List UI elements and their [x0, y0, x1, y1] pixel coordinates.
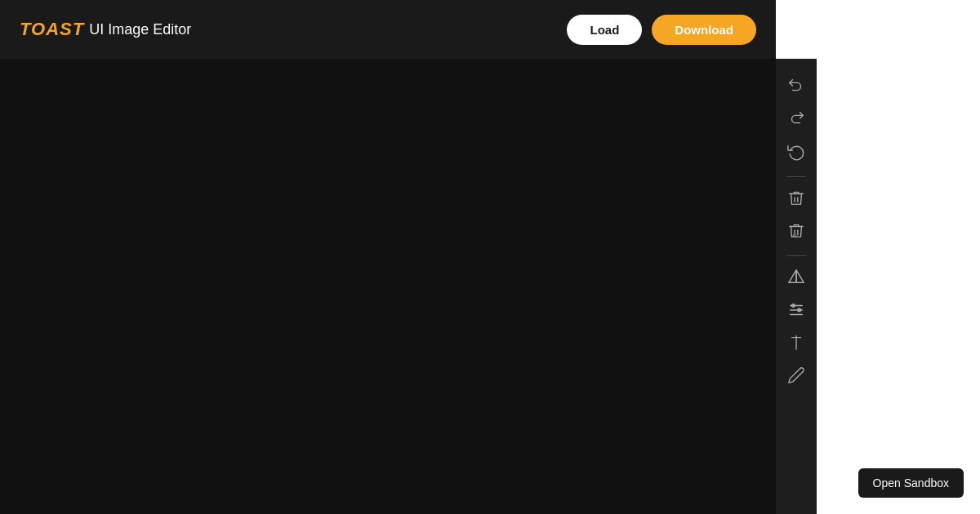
svg-point-7 — [798, 308, 801, 312]
flip-icon[interactable] — [782, 263, 811, 292]
app-container: TOAST UI Image Editor Load Download — [0, 0, 980, 514]
draw-icon[interactable] — [782, 361, 811, 390]
right-sidebar: ALL — [776, 59, 817, 514]
main-area: ALL — [0, 59, 817, 514]
undo-icon[interactable] — [782, 72, 811, 101]
logo: TOAST UI Image Editor — [20, 19, 191, 40]
divider-2 — [786, 255, 806, 256]
right-panel: Open Sandbox — [817, 0, 980, 514]
open-sandbox-button[interactable]: Open Sandbox — [858, 468, 964, 498]
editor-left: TOAST UI Image Editor Load Download — [0, 0, 817, 514]
download-button[interactable]: Download — [652, 15, 756, 45]
logo-toast: TOAST — [20, 19, 84, 40]
svg-marker-1 — [789, 270, 796, 283]
load-button[interactable]: Load — [567, 15, 642, 45]
svg-text:ALL: ALL — [792, 234, 798, 237]
text-icon[interactable] — [782, 328, 811, 357]
undo2-icon[interactable] — [782, 104, 811, 134]
delete-icon[interactable] — [782, 184, 811, 213]
canvas-area — [0, 59, 776, 514]
delete-all-icon[interactable]: ALL — [782, 216, 811, 246]
redo-icon[interactable] — [782, 137, 811, 166]
svg-marker-2 — [796, 270, 804, 283]
filter-icon[interactable] — [782, 295, 811, 325]
header: TOAST UI Image Editor Load Download — [0, 0, 776, 59]
header-buttons: Load Download — [567, 15, 756, 45]
divider-1 — [786, 176, 806, 177]
svg-point-5 — [792, 304, 795, 308]
logo-rest: UI Image Editor — [89, 21, 191, 38]
